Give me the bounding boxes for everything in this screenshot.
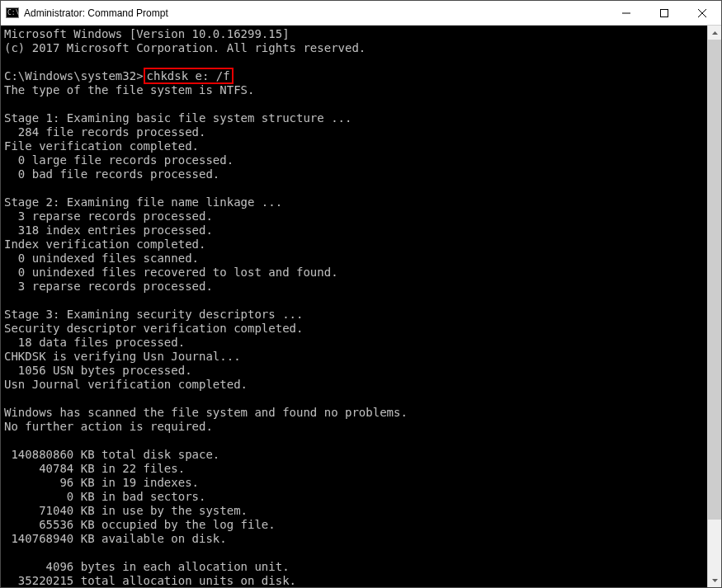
output-line: 65536 KB occupied by the log file. <box>4 518 276 531</box>
output-line: The type of the file system is NTFS. <box>4 83 254 96</box>
output-line: 3 reparse records processed. <box>4 209 213 223</box>
output-line: 35220215 total allocation units on disk. <box>4 574 296 587</box>
vertical-scrollbar[interactable] <box>707 26 721 587</box>
output-line: 140880860 KB total disk space. <box>4 448 219 461</box>
svg-marker-7 <box>712 579 718 582</box>
output-line: 140768940 KB available on disk. <box>4 532 227 545</box>
output-line: 40784 KB in 22 files. <box>4 462 185 475</box>
scroll-up-button[interactable] <box>708 26 721 40</box>
window-title: Administrator: Command Prompt <box>24 7 607 19</box>
minimize-button[interactable] <box>607 1 645 25</box>
output-line: 1056 USN bytes processed. <box>4 364 192 377</box>
output-line: 96 KB in 19 indexes. <box>4 476 199 489</box>
output-line: Windows has scanned the file system and … <box>4 406 408 419</box>
close-button[interactable] <box>683 1 721 25</box>
output-line: 284 file records processed. <box>4 125 205 139</box>
output-line: Index verification completed. <box>4 238 205 251</box>
output-line: 71040 KB in use by the system. <box>4 504 248 517</box>
client-area: Microsoft Windows [Version 10.0.16299.15… <box>1 26 721 587</box>
scrollbar-thumb[interactable] <box>708 40 721 520</box>
svg-rect-3 <box>661 9 668 16</box>
cmd-icon: C:\ <box>6 7 19 20</box>
output-line: No further action is required. <box>4 420 213 433</box>
output-line: CHKDSK is verifying Usn Journal... <box>4 350 241 363</box>
output-line: 4096 bytes in each allocation unit. <box>4 560 290 573</box>
terminal-output[interactable]: Microsoft Windows [Version 10.0.16299.15… <box>1 26 707 587</box>
output-line: Usn Journal verification completed. <box>4 378 248 391</box>
svg-text:C:\: C:\ <box>7 9 19 16</box>
output-line: Stage 1: Examining basic file system str… <box>4 111 352 125</box>
output-line: Security descriptor verification complet… <box>4 322 303 335</box>
output-line: File verification completed. <box>4 139 199 153</box>
command-prompt-window: C:\ Administrator: Command Prompt Micros… <box>0 0 722 588</box>
scroll-down-button[interactable] <box>708 573 721 587</box>
output-line: 3 reparse records processed. <box>4 280 213 293</box>
command-highlight: chkdsk e: /f <box>144 68 234 84</box>
prompt-line: C:\Windows\system32>chkdsk e: /f <box>4 68 234 84</box>
output-line: 0 unindexed files scanned. <box>4 252 199 265</box>
prompt-path: C:\Windows\system32> <box>4 69 144 82</box>
output-line: 0 large file records processed. <box>4 153 234 167</box>
svg-line-4 <box>698 9 706 17</box>
header-line: Microsoft Windows [Version 10.0.16299.15… <box>4 27 290 40</box>
output-line: 0 bad file records processed. <box>4 167 219 181</box>
output-line: 318 index entries processed. <box>4 223 213 237</box>
scrollbar-track[interactable] <box>708 40 721 573</box>
output-line: 0 KB in bad sectors. <box>4 490 205 503</box>
output-line: 18 data files processed. <box>4 336 185 349</box>
maximize-button[interactable] <box>645 1 683 25</box>
svg-line-5 <box>698 9 706 17</box>
titlebar[interactable]: C:\ Administrator: Command Prompt <box>1 1 721 26</box>
output-line: Stage 2: Examining file name linkage ... <box>4 195 282 209</box>
output-line: Stage 3: Examining security descriptors … <box>4 308 303 321</box>
header-line: (c) 2017 Microsoft Corporation. All righ… <box>4 41 366 54</box>
output-line: 0 unindexed files recovered to lost and … <box>4 266 338 279</box>
window-controls <box>607 1 721 25</box>
svg-marker-6 <box>712 31 718 35</box>
